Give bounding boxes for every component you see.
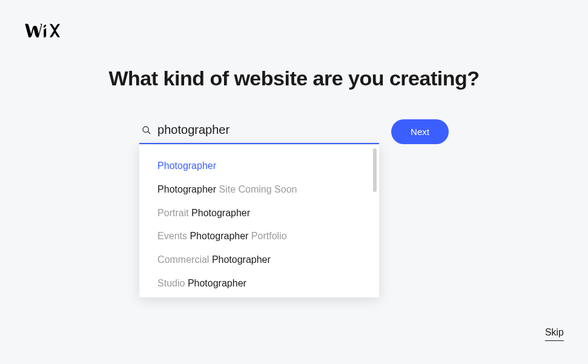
search-input[interactable] (157, 123, 377, 137)
search-field-container (139, 119, 379, 144)
svg-line-1 (148, 131, 150, 134)
suggestion-text-part: Site Coming Soon (216, 184, 297, 194)
suggestion-text-part: Photographer (188, 278, 246, 288)
suggestion-text-part: Portfolio (248, 231, 286, 241)
suggestion-text-part: Commercial (157, 254, 212, 265)
suggestion-text-part: Events (157, 231, 190, 241)
skip-link[interactable]: Skip (545, 327, 564, 341)
suggestion-item[interactable]: Studio Photographer (139, 272, 379, 296)
suggestions-dropdown: PhotographerPhotographer Site Coming Soo… (139, 145, 379, 297)
suggestion-text-part: Photographer (157, 184, 216, 194)
suggestion-item[interactable]: Commercial Photographer (139, 248, 379, 272)
suggestion-item[interactable]: Photographer Site Coming Soon (139, 178, 379, 202)
suggestion-item[interactable]: Photographer (139, 154, 379, 178)
suggestion-item[interactable]: Portrait Photographer (139, 202, 379, 225)
suggestion-text-part: Portrait (157, 208, 191, 218)
search-icon (142, 125, 151, 135)
suggestion-text-part: Photographer (157, 160, 216, 171)
page-title: What kind of website are you creating? (0, 67, 588, 90)
suggestion-text-part: Studio (157, 278, 188, 288)
suggestion-text-part: Photographer (190, 231, 248, 241)
suggestion-text-part: Photographer (212, 254, 271, 265)
svg-point-0 (143, 127, 148, 132)
wix-logo[interactable] (23, 21, 61, 43)
suggestion-item[interactable]: Events Photographer Portfolio (139, 225, 379, 248)
dropdown-scrollbar[interactable] (373, 148, 377, 192)
next-button[interactable]: Next (391, 119, 449, 144)
suggestion-text-part: Photographer (191, 208, 250, 218)
